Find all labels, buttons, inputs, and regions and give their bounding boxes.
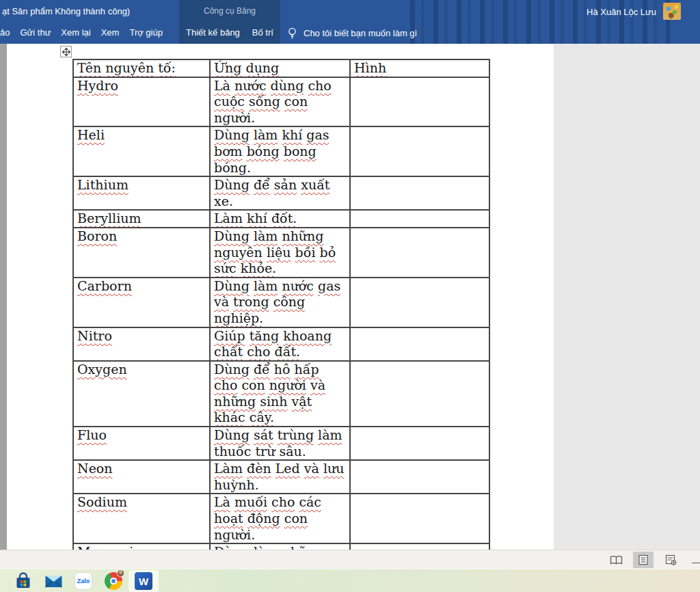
- element-name-cell[interactable]: Fluo: [73, 427, 210, 460]
- table-row: FluoDùng sát trùng làm thuốc trừ sâu.: [73, 427, 489, 460]
- table-row: BoronDùng làm những nguyên liệu bồi bỏ s…: [73, 228, 489, 278]
- application-cell[interactable]: Giúp tăng khoang chất cho đất.: [210, 327, 350, 361]
- ribbon-tab-3[interactable]: Xem: [101, 22, 120, 44]
- table-header-row: Tên nguyên tố:Ứng dụngHình: [73, 59, 489, 77]
- element-name-cell[interactable]: Beryllium: [73, 210, 210, 228]
- image-cell[interactable]: [350, 327, 489, 361]
- application-cell[interactable]: Dùng để hô hấp cho con người và những si…: [210, 361, 350, 427]
- application-cell[interactable]: Dùng làm nước gas và trong công nghiệp.: [210, 278, 350, 327]
- application-cell[interactable]: Là nước dùng cho cuộc sống con người.: [210, 77, 350, 127]
- element-name-cell[interactable]: Lithium: [73, 176, 210, 210]
- element-name-cell[interactable]: Boron: [73, 228, 210, 278]
- table-row: OxygenDùng để hô hấp cho con người và nh…: [73, 361, 489, 427]
- element-name-cell[interactable]: Sodium: [73, 494, 210, 543]
- microsoft-store-icon: [14, 572, 32, 590]
- table-row: HydroLà nước dùng cho cuộc sống con ngườ…: [73, 77, 489, 127]
- table-row: NeonLàm đèn Led và lưu huỳnh.: [73, 460, 489, 494]
- image-cell[interactable]: [350, 126, 489, 176]
- application-cell[interactable]: Dùng làm khí gas bơm bóng bong bóng.: [210, 126, 350, 176]
- signed-in-user[interactable]: Hà Xuân Lộc Lưu: [587, 7, 656, 17]
- image-cell[interactable]: [350, 494, 489, 543]
- image-cell[interactable]: [350, 427, 489, 460]
- image-cell[interactable]: [350, 460, 489, 494]
- contextual-tab-1[interactable]: Bố trí: [252, 22, 273, 44]
- zoom-out-button[interactable]: —: [692, 557, 700, 567]
- application-cell[interactable]: Dùng sát trùng làm thuốc trừ sâu.: [210, 427, 350, 460]
- taskbar-chrome-button[interactable]: [104, 571, 123, 591]
- application-cell[interactable]: Dùng làm những: [210, 543, 350, 550]
- image-cell[interactable]: [350, 361, 489, 427]
- table-row: BerylliumLàm khí đốt.: [73, 210, 489, 228]
- element-name-cell[interactable]: Neon: [73, 460, 210, 494]
- table-row: HeliDùng làm khí gas bơm bóng bong bóng.: [73, 126, 489, 176]
- image-cell[interactable]: [350, 210, 489, 228]
- tell-me-label: Cho tôi biết bạn muốn làm gì: [304, 28, 417, 38]
- canvas-left-strip: [0, 44, 7, 550]
- chrome-icon: [105, 572, 122, 590]
- table-header-cell[interactable]: Hình: [350, 59, 489, 77]
- element-name-cell[interactable]: Magnesium: [73, 543, 210, 550]
- table-tools-contextual-group: Công cụ Bảng Thiết kế bảngBố trí: [179, 0, 280, 44]
- element-name-cell[interactable]: Nitro: [73, 327, 210, 361]
- image-cell[interactable]: [350, 278, 489, 327]
- print-layout-button[interactable]: [633, 552, 654, 568]
- mail-icon: [44, 573, 63, 589]
- image-cell[interactable]: [350, 176, 489, 210]
- print-layout-icon: [638, 554, 649, 565]
- contextual-group-label: Công cụ Bảng: [179, 6, 280, 16]
- application-cell[interactable]: Là muối cho các hoạt động con người.: [210, 494, 350, 543]
- read-mode-button[interactable]: [606, 552, 626, 568]
- read-mode-icon: [610, 555, 623, 565]
- contextual-tab-row: Thiết kế bảngBố trí: [179, 22, 280, 44]
- ribbon-tab-1[interactable]: Gửi thư: [20, 22, 51, 44]
- ribbon-tab-2[interactable]: Xem lại: [61, 22, 90, 44]
- ribbon-tab-4[interactable]: Trợ giúp: [129, 22, 163, 44]
- table-row: CarbornDùng làm nước gas và trong công n…: [73, 278, 489, 327]
- contextual-tab-0[interactable]: Thiết kế bảng: [186, 22, 240, 44]
- element-name-cell[interactable]: Carborn: [73, 278, 210, 327]
- ribbon-tab-0[interactable]: ảo: [0, 22, 10, 44]
- table-header-cell[interactable]: Ứng dụng: [210, 59, 350, 77]
- word-titlebar: ạt Sản phẩm Không thành công) ảoGửi thưX…: [0, 0, 700, 44]
- table-row: SodiumLà muối cho các hoạt động con ngườ…: [73, 494, 489, 543]
- web-layout-button[interactable]: [660, 552, 681, 568]
- application-cell[interactable]: Dùng để sản xuất xe.: [210, 176, 350, 210]
- zalo-icon: Zalo: [75, 572, 92, 590]
- table-row: LithiumDùng để sản xuất xe.: [73, 176, 489, 210]
- element-name-cell[interactable]: Heli: [73, 126, 210, 176]
- zalo-icon-label: Zalo: [77, 578, 90, 584]
- image-cell[interactable]: [350, 228, 489, 278]
- tell-me-box[interactable]: Cho tôi biết bạn muốn làm gì: [287, 22, 417, 44]
- taskbar-mail-button[interactable]: [44, 571, 63, 591]
- document-title: ạt Sản phẩm Không thành công): [2, 6, 130, 16]
- ribbon-tab-row: ảoGửi thưXem lạiXemTrợ giúp: [0, 22, 163, 44]
- table-header-cell[interactable]: Tên nguyên tố:: [73, 59, 210, 77]
- image-cell[interactable]: [350, 77, 489, 127]
- application-cell[interactable]: Làm khí đốt.: [210, 210, 350, 228]
- screen: ạt Sản phẩm Không thành công) ảoGửi thưX…: [0, 0, 700, 592]
- element-name-cell[interactable]: Oxygen: [73, 361, 210, 427]
- taskbar-microsoft-store-button[interactable]: [14, 571, 33, 591]
- windows-taskbar: Zalo W Zalo VIE: [0, 569, 700, 592]
- application-cell[interactable]: Làm đèn Led và lưu huỳnh.: [210, 460, 350, 494]
- word-status-bar: —: [0, 550, 700, 569]
- application-cell[interactable]: Dùng làm những nguyên liệu bồi bỏ sức kh…: [210, 228, 350, 278]
- chrome-profile-badge: [117, 569, 124, 577]
- document-canvas: Tên nguyên tố:Ứng dụngHìnhHydroLà nước d…: [0, 44, 700, 550]
- table-row: NitroGiúp tăng khoang chất cho đất.: [73, 327, 489, 361]
- element-name-cell[interactable]: Hydro: [73, 77, 210, 127]
- taskbar-zalo-button[interactable]: Zalo: [74, 571, 93, 591]
- taskbar-word-button[interactable]: W: [134, 571, 153, 591]
- web-layout-icon: [665, 554, 677, 565]
- word-icon: W: [135, 572, 152, 590]
- document-page[interactable]: Tên nguyên tố:Ứng dụngHìnhHydroLà nước d…: [7, 44, 554, 550]
- table-move-handle-icon[interactable]: [60, 46, 72, 57]
- user-avatar[interactable]: [663, 3, 681, 20]
- elements-table: Tên nguyên tố:Ứng dụngHìnhHydroLà nước d…: [72, 59, 490, 550]
- lightbulb-icon: [287, 27, 297, 39]
- image-cell[interactable]: [350, 543, 489, 550]
- table-row: MagnesiumDùng làm những: [73, 543, 489, 550]
